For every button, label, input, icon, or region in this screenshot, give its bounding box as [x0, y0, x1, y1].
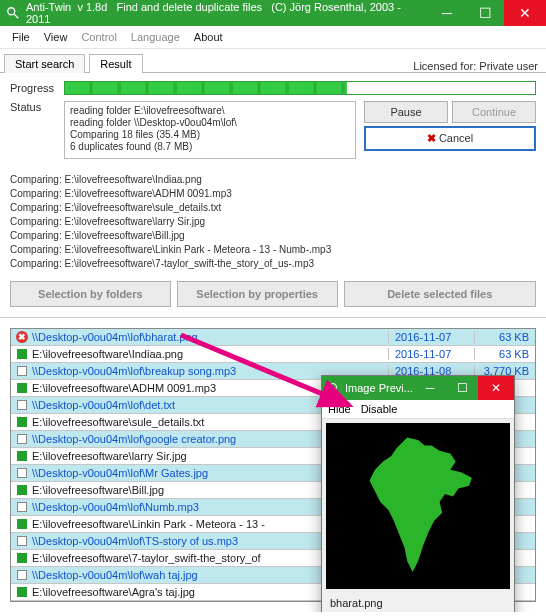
file-date: 2016-11-07: [389, 331, 475, 343]
preview-title: Image Previ...: [345, 382, 414, 394]
titlebar: Anti-Twin v 1.8d Find and delete duplica…: [0, 0, 546, 26]
menu-language[interactable]: Language: [125, 29, 186, 45]
unselected-mark-icon[interactable]: [17, 434, 27, 444]
unselected-mark-icon[interactable]: [17, 536, 27, 546]
file-path: E:\ilovefreesoftware\Agra's taj.jpg: [32, 586, 195, 598]
minimize-button[interactable]: ─: [428, 0, 466, 26]
unselected-mark-icon[interactable]: [17, 570, 27, 580]
result-row[interactable]: ✖\\Desktop-v0ou04m\lof\bharat.png2016-11…: [11, 329, 535, 346]
comparing-line: Comparing: E:\ilovefreesoftware\Indiaa.p…: [10, 173, 536, 187]
selection-by-folders-button[interactable]: Selection by folders: [10, 281, 171, 307]
svg-line-4: [336, 390, 340, 394]
image-preview-window[interactable]: Image Previ... ─ ☐ ✕ Hide Disable bharat…: [321, 375, 515, 612]
unselected-mark-icon[interactable]: [17, 366, 27, 376]
results-table[interactable]: Image Previ... ─ ☐ ✕ Hide Disable bharat…: [10, 328, 536, 602]
keep-mark-icon[interactable]: [17, 417, 27, 427]
file-size: 63 KB: [475, 348, 535, 360]
progress-bar: [64, 81, 536, 95]
keep-mark-icon[interactable]: [17, 519, 27, 529]
delete-selected-button[interactable]: Delete selected files: [344, 281, 537, 307]
file-path: E:\ilovefreesoftware\Linkin Park - Meteo…: [32, 518, 265, 530]
status-log[interactable]: reading folder E:\ilovefreesoftware\ rea…: [64, 101, 356, 159]
tab-start-search[interactable]: Start search: [4, 54, 85, 73]
comparing-line: Comparing: E:\ilovefreesoftware\Linkin P…: [10, 243, 536, 257]
preview-app-icon: [328, 382, 340, 394]
file-path: \\Desktop-v0ou04m\lof\breakup song.mp3: [32, 365, 236, 377]
keep-mark-icon[interactable]: [17, 587, 27, 597]
file-path: \\Desktop-v0ou04m\lof\det.txt: [32, 399, 175, 411]
app-icon: [6, 6, 20, 20]
continue-button[interactable]: Continue: [452, 101, 536, 123]
maximize-button[interactable]: ☐: [466, 0, 504, 26]
preview-minimize-button[interactable]: ─: [414, 381, 446, 395]
file-path: \\Desktop-v0ou04m\lof\bharat.png: [32, 331, 198, 343]
svg-line-1: [14, 14, 18, 18]
preview-close-button[interactable]: ✕: [478, 376, 514, 400]
comparing-line: Comparing: E:\ilovefreesoftware\larry Si…: [10, 215, 536, 229]
progress-label: Progress: [10, 82, 64, 94]
keep-mark-icon[interactable]: [17, 451, 27, 461]
keep-mark-icon[interactable]: [17, 349, 27, 359]
unselected-mark-icon[interactable]: [17, 502, 27, 512]
keep-mark-icon[interactable]: [17, 485, 27, 495]
tabs: Start search Result Licensed for: Privat…: [0, 49, 546, 73]
preview-folder: \\Desktop-v0ou04m\lof\: [330, 610, 506, 612]
comparing-line: Comparing: E:\ilovefreesoftware\ADHM 009…: [10, 187, 536, 201]
preview-disable-button[interactable]: Disable: [361, 403, 398, 415]
menu-file[interactable]: File: [6, 29, 36, 45]
menu-control[interactable]: Control: [75, 29, 122, 45]
file-size: 63 KB: [475, 331, 535, 343]
file-path: \\Desktop-v0ou04m\lof\Numb.mp3: [32, 501, 199, 513]
cancel-button[interactable]: ✖Cancel: [364, 126, 536, 151]
svg-point-0: [8, 8, 15, 15]
file-path: E:\ilovefreesoftware\larry Sir.jpg: [32, 450, 187, 462]
menu-view[interactable]: View: [38, 29, 74, 45]
pause-button[interactable]: Pause: [364, 101, 448, 123]
result-row[interactable]: E:\ilovefreesoftware\Indiaa.png2016-11-0…: [11, 346, 535, 363]
file-path: E:\ilovefreesoftware\7-taylor_swift-the_…: [32, 552, 261, 564]
file-path: \\Desktop-v0ou04m\lof\TS-story of us.mp3: [32, 535, 238, 547]
cancel-icon: ✖: [427, 132, 436, 144]
comparing-line: Comparing: E:\ilovefreesoftware\7-taylor…: [10, 257, 536, 271]
svg-point-3: [330, 384, 337, 391]
close-button[interactable]: ✕: [504, 0, 546, 26]
comparing-line: Comparing: E:\ilovefreesoftware\sule_det…: [10, 201, 536, 215]
window-title: Anti-Twin v 1.8d Find and delete duplica…: [26, 1, 428, 25]
file-path: E:\ilovefreesoftware\Bill.jpg: [32, 484, 164, 496]
preview-maximize-button[interactable]: ☐: [446, 381, 478, 395]
menu-about[interactable]: About: [188, 29, 229, 45]
preview-filename: bharat.png: [330, 597, 506, 610]
unselected-mark-icon[interactable]: [17, 468, 27, 478]
file-path: E:\ilovefreesoftware\sule_details.txt: [32, 416, 204, 428]
menubar: File View Control Language About: [0, 26, 546, 49]
selection-by-properties-button[interactable]: Selection by properties: [177, 281, 338, 307]
preview-hide-button[interactable]: Hide: [328, 403, 351, 415]
file-path: \\Desktop-v0ou04m\lof\Mr Gates.jpg: [32, 467, 208, 479]
keep-mark-icon[interactable]: [17, 383, 27, 393]
tab-result[interactable]: Result: [89, 54, 142, 73]
license-text: Licensed for: Private user: [413, 60, 546, 72]
delete-mark-icon[interactable]: ✖: [16, 331, 28, 343]
file-path: E:\ilovefreesoftware\ADHM 0091.mp3: [32, 382, 216, 394]
comparing-log: Comparing: E:\ilovefreesoftware\Indiaa.p…: [0, 169, 546, 277]
unselected-mark-icon[interactable]: [17, 400, 27, 410]
status-label: Status: [10, 101, 64, 113]
keep-mark-icon[interactable]: [17, 553, 27, 563]
preview-image: [326, 423, 510, 589]
file-path: E:\ilovefreesoftware\Indiaa.png: [32, 348, 183, 360]
file-date: 2016-11-07: [389, 348, 475, 360]
file-path: \\Desktop-v0ou04m\lof\google creator.png: [32, 433, 236, 445]
comparing-line: Comparing: E:\ilovefreesoftware\Bill.jpg: [10, 229, 536, 243]
file-path: \\Desktop-v0ou04m\lof\wah taj.jpg: [32, 569, 198, 581]
